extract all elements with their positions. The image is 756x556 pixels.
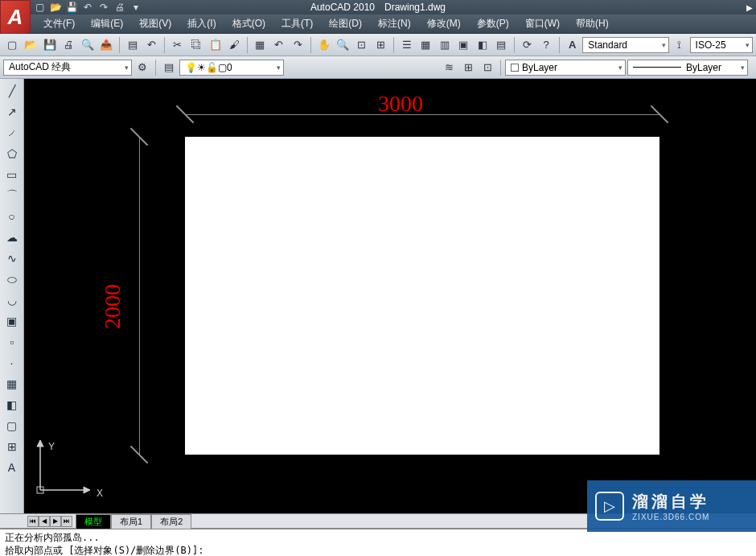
copy-icon[interactable]: ⿻ (187, 36, 204, 54)
tab-prev-icon[interactable]: ◀ (39, 516, 50, 527)
table-icon[interactable]: ⊞ (2, 437, 23, 456)
publish-icon[interactable]: 📤 (97, 36, 114, 54)
menu-parametric[interactable]: 参数(P) (469, 14, 517, 33)
title-bar: ▢ 📂 💾 ↶ ↷ 🖨 ▾ AutoCAD 2010 Drawing1.dwg … (0, 0, 756, 14)
qat-undo-icon[interactable]: ↶ (80, 1, 95, 14)
dimension-tick (175, 105, 195, 124)
mtext-icon[interactable]: A (2, 458, 23, 477)
menu-view[interactable]: 视图(V) (131, 14, 179, 33)
command-line[interactable]: 正在分析内部孤岛... 拾取内部点或 [选择对象(S)/删除边界(B)]: (0, 528, 756, 556)
polygon-icon[interactable]: ⬠ (2, 144, 23, 163)
separator (155, 60, 156, 76)
paste-icon[interactable]: 📋 (207, 36, 224, 54)
tab-layout2[interactable]: 布局2 (151, 514, 191, 529)
cut-icon[interactable]: ✂ (169, 36, 186, 54)
save-icon[interactable]: 💾 (41, 36, 58, 54)
color-combo[interactable]: ByLayer (505, 60, 626, 76)
tab-first-icon[interactable]: ⏮ (27, 516, 39, 527)
zoom-icon[interactable]: 🔍 (335, 36, 351, 54)
menu-window[interactable]: 窗口(W) (517, 14, 568, 33)
print-icon[interactable]: 🖨 (60, 36, 76, 54)
layer-name: 0 (227, 62, 232, 73)
undo2-icon[interactable]: ↶ (270, 36, 287, 54)
open-icon[interactable]: 📂 (22, 36, 39, 54)
zoom-prev-icon[interactable]: ⊞ (372, 36, 389, 54)
zoom-window-icon[interactable]: ⊡ (353, 36, 370, 54)
line-icon[interactable]: ╱ (2, 81, 23, 101)
workspace-combo[interactable]: AutoCAD 经典 (3, 60, 132, 76)
calc-icon[interactable]: ▤ (492, 36, 509, 54)
ellipse-arc-icon[interactable]: ◡ (2, 290, 23, 310)
rectangle-entity[interactable] (185, 137, 659, 455)
watermark-title: 溜溜自学 (632, 491, 709, 513)
circle-icon[interactable]: ○ (2, 207, 23, 226)
tool-palette-icon[interactable]: ▥ (436, 36, 453, 54)
layer-tool1-icon[interactable]: ≋ (440, 59, 458, 76)
layer-tool2-icon[interactable]: ⊞ (459, 59, 477, 76)
spline-icon[interactable]: ∿ (2, 249, 23, 268)
menu-edit[interactable]: 编辑(E) (83, 14, 131, 33)
refresh-icon[interactable]: ⟳ (519, 36, 536, 54)
dim-style-combo[interactable]: ISO-25 (690, 37, 754, 53)
new-icon[interactable]: ▢ (3, 36, 20, 54)
cmd-history-line: 正在分析内部孤岛... (5, 531, 751, 544)
help-icon[interactable]: ? (537, 36, 554, 54)
design-center-icon[interactable]: ▦ (417, 36, 434, 54)
workspace-toolbar: AutoCAD 经典 ⚙ ▤ 💡 ☀ 🔓 ▢ 0 ≋ ⊞ ⊡ ByLayer B… (0, 56, 756, 79)
ellipse-icon[interactable]: ⬭ (2, 270, 23, 289)
undo-icon[interactable]: ↶ (142, 36, 159, 54)
dimstyle-icon[interactable]: ⟟ (671, 36, 688, 54)
preview-icon[interactable]: 🔍 (79, 36, 96, 54)
svg-marker-1 (84, 487, 90, 493)
menu-draw[interactable]: 绘图(D) (321, 14, 370, 33)
qat-redo-icon[interactable]: ↷ (97, 1, 111, 14)
polyline-icon[interactable]: ⟋ (2, 123, 23, 142)
qat-new-icon[interactable]: ▢ (32, 1, 47, 14)
menu-modify[interactable]: 修改(M) (419, 14, 469, 33)
match-icon[interactable]: 🖌 (225, 36, 242, 54)
settings-icon[interactable]: ⚙ (134, 59, 151, 76)
sheet-icon[interactable]: ▤ (124, 36, 141, 54)
redo2-icon[interactable]: ↷ (290, 36, 306, 54)
xline-icon[interactable]: ↗ (2, 102, 23, 121)
app-logo[interactable]: A (0, 0, 31, 34)
qat-save-icon[interactable]: 💾 (64, 1, 79, 14)
layer-combo[interactable]: 💡 ☀ 🔓 ▢ 0 (179, 60, 284, 76)
layer-tool3-icon[interactable]: ⊡ (479, 59, 496, 76)
menu-tools[interactable]: 工具(T) (273, 14, 321, 33)
drawing-canvas[interactable]: 3000 2000 X Y (24, 79, 756, 513)
main-area: ╱ ↗ ⟋ ⬠ ▭ ⌒ ○ ☁ ∿ ⬭ ◡ ▣ ▫ · ▦ ◧ ▢ ⊞ A 30… (0, 79, 756, 513)
menu-dimension[interactable]: 标注(N) (370, 14, 419, 33)
revcloud-icon[interactable]: ☁ (2, 228, 23, 247)
layer-props-icon[interactable]: ▤ (160, 59, 178, 76)
menu-format[interactable]: 格式(O) (224, 14, 273, 33)
qat-dropdown-icon[interactable]: ▾ (129, 1, 143, 14)
region-icon[interactable]: ▢ (2, 416, 23, 435)
markup-icon[interactable]: ◧ (474, 36, 491, 54)
tab-next-icon[interactable]: ▶ (50, 516, 61, 527)
menu-file[interactable]: 文件(F) (35, 14, 83, 33)
block-icon[interactable]: ▦ (252, 36, 269, 54)
play-icon[interactable]: ▶ (746, 3, 753, 12)
tab-last-icon[interactable]: ⏭ (61, 516, 72, 527)
watermark: ▷ 溜溜自学 ZIXUE.3D66.COM (587, 480, 756, 532)
text-style-combo[interactable]: Standard (582, 37, 669, 53)
insert-block-icon[interactable]: ▣ (2, 311, 23, 331)
pan-icon[interactable]: ✋ (315, 36, 332, 54)
hatch-icon[interactable]: ▦ (2, 374, 23, 393)
tab-layout1[interactable]: 布局1 (111, 514, 151, 529)
point-icon[interactable]: · (2, 353, 23, 373)
qat-open-icon[interactable]: 📂 (48, 1, 63, 14)
qat-print-icon[interactable]: 🖨 (113, 1, 127, 14)
linetype-combo[interactable]: ByLayer (627, 60, 748, 76)
menu-insert[interactable]: 插入(I) (179, 14, 224, 33)
arc-icon[interactable]: ⌒ (2, 186, 23, 205)
menu-help[interactable]: 帮助(H) (568, 14, 617, 33)
sheet-set-icon[interactable]: ▣ (455, 36, 472, 54)
make-block-icon[interactable]: ▫ (2, 332, 23, 352)
gradient-icon[interactable]: ◧ (2, 395, 23, 414)
props-icon[interactable]: ☰ (398, 36, 415, 54)
rectangle-icon[interactable]: ▭ (2, 165, 23, 184)
text-style-icon[interactable]: A (564, 36, 581, 54)
tab-model[interactable]: 模型 (76, 514, 111, 529)
